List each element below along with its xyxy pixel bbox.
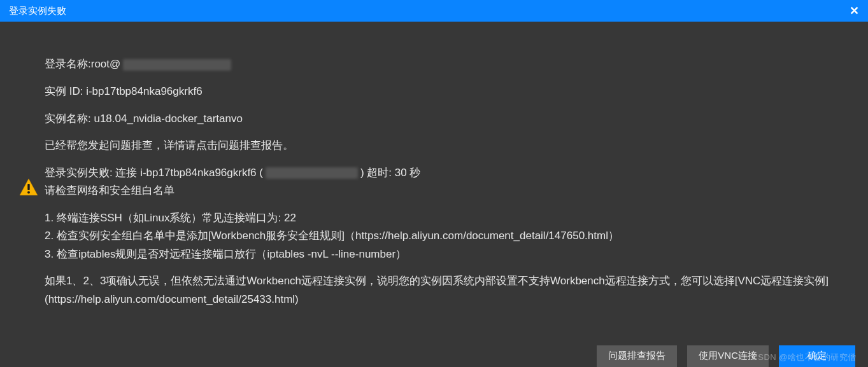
steps-block: 1. 终端连接SSH（如Linux系统）常见连接端口为: 22 2. 检查实例安… <box>45 209 843 264</box>
login-failed-dialog: 登录实例失败 ✕ 登录名称:root@ 实例 ID: i-bp17tbp84nk… <box>0 0 868 367</box>
instance-name-label: 实例名称: <box>45 113 94 125</box>
icon-column <box>13 178 45 196</box>
step-2: 2. 检查实例安全组白名单中是添加[Workbench服务安全组规则]（http… <box>45 230 619 242</box>
instance-id-label: 实例 ID: <box>45 85 86 97</box>
troubleshoot-intro: 已经帮您发起问题排查，详情请点击问题排查报告。 <box>45 137 843 155</box>
login-name-row: 登录名称:root@ <box>45 55 843 74</box>
title-bar: 登录实例失败 ✕ <box>0 0 868 22</box>
instance-id-row: 实例 ID: i-bp17tbp84nka96gkrkf6 <box>45 83 843 101</box>
ok-button[interactable]: 确定 <box>779 345 855 367</box>
failure-prefix: 登录实例失败: 连接 i-bp17tbp84nka96gkrkf6 ( <box>45 167 263 179</box>
redacted-login-host <box>123 59 231 71</box>
instance-name-row: 实例名称: u18.04_nvidia-docker_tartanvo <box>45 110 843 128</box>
failure-block: 登录实例失败: 连接 i-bp17tbp84nka96gkrkf6 () 超时:… <box>45 164 843 200</box>
dialog-title: 登录实例失败 <box>9 5 66 17</box>
dialog-body: 登录名称:root@ 实例 ID: i-bp17tbp84nka96gkrkf6… <box>0 22 868 345</box>
instance-name-value: u18.04_nvidia-docker_tartanvo <box>94 113 242 125</box>
check-whitelist: 请检查网络和安全组白名单 <box>45 184 174 197</box>
login-name-label: 登录名称:root@ <box>45 58 120 70</box>
failure-suffix: ) 超时: 30 秒 <box>360 167 420 179</box>
svg-point-2 <box>27 191 30 193</box>
dialog-footer: 问题排查报告 使用VNC连接 确定 <box>0 345 868 367</box>
warning-icon <box>19 178 38 196</box>
svg-rect-1 <box>27 184 29 190</box>
instance-id-value: i-bp17tbp84nka96gkrkf6 <box>86 85 202 97</box>
content-column: 登录名称:root@ 实例 ID: i-bp17tbp84nka96gkrkf6… <box>45 55 843 317</box>
redacted-ip <box>266 167 358 179</box>
step-1: 1. 终端连接SSH（如Linux系统）常见连接端口为: 22 <box>45 212 296 224</box>
step-3: 3. 检查iptables规则是否对远程连接端口放行（iptables -nvL… <box>45 248 406 260</box>
report-button[interactable]: 问题排查报告 <box>597 345 677 367</box>
footer-paragraph: 如果1、2、3项确认无误，但依然无法通过Workbench远程连接实例，说明您的… <box>45 272 843 308</box>
close-icon[interactable]: ✕ <box>850 5 859 17</box>
use-vnc-button[interactable]: 使用VNC连接 <box>687 345 769 367</box>
